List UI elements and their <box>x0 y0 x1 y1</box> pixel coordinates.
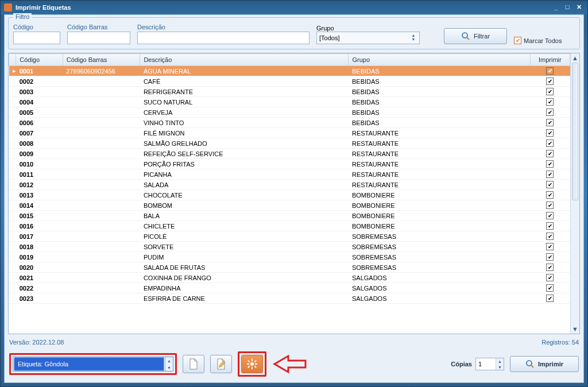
row-checkbox[interactable]: ✔ <box>546 140 554 147</box>
table-row[interactable]: 0012SALADARESTAURANTE✔ <box>9 180 570 190</box>
new-template-button[interactable] <box>183 355 204 373</box>
table-row[interactable]: 0002CAFÉBEBIDAS✔ <box>9 76 570 87</box>
scroll-track[interactable] <box>571 63 579 324</box>
table-row[interactable]: 0011PICANHARESTAURANTE✔ <box>9 169 570 180</box>
cell-codigo: 0016 <box>16 221 63 231</box>
scroll-thumb[interactable] <box>572 63 578 200</box>
table-row[interactable]: 0018SORVETESOBREMESAS✔ <box>9 242 570 252</box>
etiqueta-combo[interactable]: Etiqueta: Gôndola ▲▼ <box>13 357 173 371</box>
table-row[interactable]: 0013CHOCOLATEBOMBONIERE✔ <box>9 190 570 200</box>
cell-codigo: 0010 <box>16 159 63 169</box>
chevron-up-icon[interactable]: ▲ <box>496 358 504 364</box>
row-checkbox[interactable]: ✔ <box>546 295 554 302</box>
table-row[interactable]: ▸000127896060902456ÁGUA MINERALBEBIDAS✔ <box>9 66 570 76</box>
cell-codigo-barras <box>63 211 140 221</box>
row-checkbox[interactable]: ✔ <box>546 150 554 157</box>
cell-grupo: RESTAURANTE <box>349 159 530 169</box>
col-marker[interactable] <box>9 54 16 66</box>
svg-rect-5 <box>247 363 249 365</box>
cell-descricao: SALMÃO GRELHADO <box>140 138 349 149</box>
scroll-down-icon[interactable]: ▼ <box>571 324 579 334</box>
table-row[interactable]: 0003REFRIGERANTEBEBIDAS✔ <box>9 87 570 97</box>
row-checkbox[interactable]: ✔ <box>546 88 554 95</box>
row-checkbox[interactable]: ✔ <box>546 284 554 292</box>
scroll-up-icon[interactable]: ▲ <box>571 53 579 63</box>
col-imprimir[interactable]: Imprimir <box>530 54 570 66</box>
table-row[interactable]: 0004SUCO NATURALBEBIDAS✔ <box>9 97 570 107</box>
row-checkbox[interactable]: ✔ <box>546 109 554 116</box>
row-checkbox[interactable]: ✔ <box>546 78 554 85</box>
filtrar-button[interactable]: Filtrar <box>444 28 507 44</box>
grupo-select[interactable]: [Todos] ▲▼ <box>316 32 420 44</box>
row-marker <box>9 231 16 242</box>
row-checkbox[interactable]: ✔ <box>546 243 554 250</box>
table-row[interactable]: 0014BOMBOMBOMBONIERE✔ <box>9 200 570 211</box>
descricao-input[interactable] <box>137 32 310 44</box>
edit-template-button[interactable] <box>210 355 232 373</box>
table-row[interactable]: 0007FILÉ MIGNONRESTAURANTE✔ <box>9 128 570 138</box>
annotation-highlight-etiqueta: Etiqueta: Gôndola ▲▼ <box>9 353 177 375</box>
imprimir-button[interactable]: Imprimir <box>510 356 579 372</box>
row-checkbox[interactable]: ✔ <box>546 202 554 209</box>
table-row[interactable]: 0008SALMÃO GRELHADORESTAURANTE✔ <box>9 138 570 149</box>
maximize-button[interactable]: □ <box>562 3 572 11</box>
row-checkbox[interactable]: ✔ <box>546 171 554 178</box>
table-row[interactable]: 0010PORÇÃO FRITASRESTAURANTE✔ <box>9 159 570 169</box>
table-row[interactable]: 0022EMPADINHASALGADOS✔ <box>9 283 570 293</box>
cell-descricao: PORÇÃO FRITAS <box>140 159 349 169</box>
row-checkbox[interactable]: ✔ <box>546 264 554 271</box>
table-row[interactable]: 0009REFEIÇÃO SELF-SERVICERESTAURANTE✔ <box>9 149 570 159</box>
cell-descricao: PICOLÉ <box>140 231 349 242</box>
row-checkbox[interactable]: ✔ <box>546 212 554 219</box>
row-checkbox[interactable]: ✔ <box>546 274 554 281</box>
copias-stepper[interactable]: ▲▼ <box>475 358 504 370</box>
row-marker <box>9 221 16 231</box>
table-row[interactable]: 0023ESFIRRA DE CARNESALGADOS✔ <box>9 293 570 304</box>
close-button[interactable]: ✕ <box>574 3 584 11</box>
annotation-highlight-gear <box>238 351 266 377</box>
title-bar: Imprimir Etiquetas _ □ ✕ <box>1 1 587 14</box>
table-row[interactable]: 0020SALADA DE FRUTASSOBREMESAS✔ <box>9 262 570 273</box>
cell-descricao: ÁGUA MINERAL <box>140 66 349 76</box>
table-row[interactable]: 0005CERVEJABEBIDAS✔ <box>9 107 570 118</box>
cell-grupo: BEBIDAS <box>349 66 530 76</box>
cell-codigo: 0018 <box>16 242 63 252</box>
table-row[interactable]: 0016CHICLETEBOMBONIERE✔ <box>9 221 570 231</box>
table-row[interactable]: 0021COXINHA DE FRANGOSALGADOS✔ <box>9 273 570 283</box>
cell-codigo-barras <box>63 221 140 231</box>
row-checkbox[interactable]: ✔ <box>546 67 554 75</box>
chevron-down-icon: ▼ <box>410 38 417 42</box>
row-checkbox[interactable]: ✔ <box>546 98 554 106</box>
marcar-todos-checkbox[interactable]: ✔ Marcar Todos <box>514 37 562 44</box>
vertical-scrollbar[interactable]: ▲ ▼ <box>570 53 579 334</box>
col-descricao[interactable]: Descrição <box>140 54 349 66</box>
cell-imprimir: ✔ <box>530 66 570 76</box>
settings-button[interactable] <box>241 355 263 373</box>
chevron-down-icon[interactable]: ▼ <box>496 364 504 370</box>
row-checkbox[interactable]: ✔ <box>546 222 554 230</box>
table-row[interactable]: 0017PICOLÉSOBREMESAS✔ <box>9 231 570 242</box>
row-checkbox[interactable]: ✔ <box>546 191 554 199</box>
gear-icon <box>246 358 258 370</box>
cell-codigo: 0007 <box>16 128 63 138</box>
table-row[interactable]: 0019PUDIMSOBREMESAS✔ <box>9 252 570 262</box>
table-row[interactable]: 0015BALABOMBONIERE✔ <box>9 211 570 221</box>
row-checkbox[interactable]: ✔ <box>546 253 554 261</box>
cell-imprimir: ✔ <box>530 200 570 211</box>
col-grupo[interactable]: Grupo <box>349 54 530 66</box>
row-checkbox[interactable]: ✔ <box>546 181 554 188</box>
cell-descricao: BALA <box>140 211 349 221</box>
row-checkbox[interactable]: ✔ <box>546 129 554 137</box>
copias-input[interactable] <box>476 358 496 370</box>
codigo-barras-input[interactable] <box>67 32 130 44</box>
col-codigo[interactable]: Código <box>16 54 63 66</box>
col-codigo-barras[interactable]: Código Barras <box>63 54 140 66</box>
minimize-button[interactable]: _ <box>551 3 561 11</box>
codigo-input[interactable] <box>13 32 60 44</box>
cell-codigo: 0003 <box>16 87 63 97</box>
app-window: Imprimir Etiquetas _ □ ✕ Filtro Código C… <box>0 0 588 387</box>
row-checkbox[interactable]: ✔ <box>546 160 554 168</box>
row-checkbox[interactable]: ✔ <box>546 119 554 126</box>
row-checkbox[interactable]: ✔ <box>546 233 554 240</box>
table-row[interactable]: 0006VINHO TINTOBEBIDAS✔ <box>9 118 570 128</box>
